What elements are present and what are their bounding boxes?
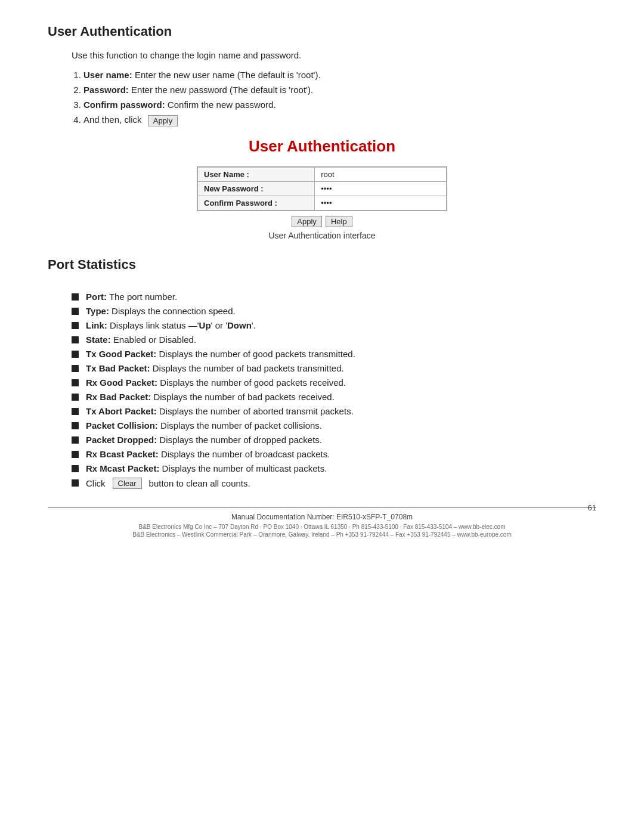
step4-prefix: And then, click	[83, 114, 142, 125]
list-item: Password: Enter the new password (The de…	[83, 85, 596, 95]
footer-area: Manual Documentation Number: EIR510-xSFP…	[48, 513, 596, 538]
interface-caption: User Authentication interface	[48, 231, 596, 240]
bullet-text: Rx Bad Packet: Displays the number of ba…	[86, 392, 335, 402]
footer-divider	[48, 507, 596, 508]
list-item: Tx Bad Packet: Displays the number of ba…	[72, 363, 596, 373]
list-item: Link: Displays link status —'Up' or 'Dow…	[72, 320, 596, 330]
table-row: Confirm Password : ••••	[198, 196, 447, 210]
page-number: 61	[588, 503, 596, 512]
bullet-text: Click Clear button to clean all counts.	[86, 478, 250, 489]
bullet-text: State: Enabled or Disabled.	[86, 335, 196, 345]
list-item: Rx Good Packet: Displays the number of g…	[72, 377, 596, 388]
bullet-icon	[72, 465, 79, 472]
bullet-text: Tx Abort Packet: Displays the number of …	[86, 406, 354, 416]
bullet-icon	[72, 379, 79, 386]
bullet-icon	[72, 336, 79, 343]
field-value-username: root	[315, 167, 447, 181]
footer-address1: B&B Electronics Mfg Co Inc – 707 Dayton …	[48, 524, 596, 530]
step2-label: Password:	[83, 85, 129, 95]
port-stats-heading: Port Statistics	[48, 257, 596, 272]
user-auth-heading: User Authentication	[48, 24, 596, 39]
interface-box: User Name : root New Password : •••• Con…	[197, 166, 447, 211]
list-item: Rx Mcast Packet: Displays the number of …	[72, 463, 596, 473]
list-item: User name: Enter the new user name (The …	[83, 70, 596, 80]
bullet-icon	[72, 479, 79, 487]
bullet-text: Type: Displays the connection speed.	[86, 306, 236, 316]
bullet-icon	[72, 351, 79, 358]
list-item: Confirm password: Confirm the new passwo…	[83, 100, 596, 110]
doc-number: Manual Documentation Number: EIR510-xSFP…	[231, 513, 413, 521]
list-item: Type: Displays the connection speed.	[72, 306, 596, 316]
bullet-icon	[72, 408, 79, 415]
bullet-list: Port: The port number. Type: Displays th…	[72, 292, 596, 489]
bullet-text: Tx Bad Packet: Displays the number of ba…	[86, 363, 344, 373]
bullet-icon	[72, 436, 79, 444]
bullet-text: Packet Dropped: Displays the number of d…	[86, 435, 322, 445]
bullet-text: Rx Bcast Packet: Displays the number of …	[86, 449, 330, 459]
field-label-newpassword: New Password :	[198, 181, 315, 196]
list-item: Packet Dropped: Displays the number of d…	[72, 435, 596, 445]
bullet-text: Link: Displays link status —'Up' or 'Dow…	[86, 320, 256, 330]
step1-text: Enter the new user name (The default is …	[135, 70, 321, 80]
bullet-text: Tx Good Packet: Displays the number of g…	[86, 349, 355, 359]
apply-button[interactable]: Apply	[292, 216, 322, 227]
step3-label: Confirm password:	[83, 100, 165, 110]
bullet-text: Packet Collision: Displays the number of…	[86, 420, 322, 431]
click-prefix: Click	[86, 478, 106, 488]
interface-buttons: Apply Help	[48, 216, 596, 228]
bullet-icon	[72, 293, 79, 301]
table-row: New Password : ••••	[198, 181, 447, 196]
user-auth-heading-colored: User Authentication	[48, 137, 596, 156]
bullet-text: Rx Mcast Packet: Displays the number of …	[86, 463, 327, 473]
bullet-icon	[72, 308, 79, 315]
step1-label: User name:	[83, 70, 132, 80]
list-item: State: Enabled or Disabled.	[72, 335, 596, 345]
list-item: Packet Collision: Displays the number of…	[72, 420, 596, 431]
bullet-text: Port: The port number.	[86, 292, 177, 302]
field-value-confirmpassword: ••••	[315, 196, 447, 210]
bullet-text: Rx Good Packet: Displays the number of g…	[86, 377, 346, 388]
bullet-icon	[72, 322, 79, 329]
intro-text: Use this function to change the login na…	[72, 50, 596, 60]
clear-button[interactable]: Clear	[113, 478, 142, 489]
bullet-icon	[72, 365, 79, 372]
footer: Manual Documentation Number: EIR510-xSFP…	[48, 513, 596, 521]
apply-button-inline[interactable]: Apply	[148, 115, 178, 126]
field-label-username: User Name :	[198, 167, 315, 181]
page-container: User Authentication Use this function to…	[0, 0, 644, 586]
instruction-list: User name: Enter the new user name (The …	[83, 70, 596, 126]
list-item: Tx Abort Packet: Displays the number of …	[72, 406, 596, 416]
bullet-icon	[72, 394, 79, 401]
footer-address2: B&B Electronics – Westlink Commercial Pa…	[48, 531, 596, 538]
step2-text: Enter the new password (The default is '…	[131, 85, 313, 95]
field-value-newpassword: ••••	[315, 181, 447, 196]
list-item: Tx Good Packet: Displays the number of g…	[72, 349, 596, 359]
bullet-icon	[72, 451, 79, 458]
bullet-icon	[72, 422, 79, 429]
list-item: Port: The port number.	[72, 292, 596, 302]
interface-table: User Name : root New Password : •••• Con…	[197, 167, 447, 210]
list-item: Rx Bad Packet: Displays the number of ba…	[72, 392, 596, 402]
field-label-confirmpassword: Confirm Password :	[198, 196, 315, 210]
click-suffix: button to clean all counts.	[149, 478, 250, 488]
list-item: And then, click Apply	[83, 114, 596, 126]
table-row: User Name : root	[198, 167, 447, 181]
step3-text: Confirm the new password.	[168, 100, 276, 110]
list-item: Rx Bcast Packet: Displays the number of …	[72, 449, 596, 459]
list-item: Click Clear button to clean all counts.	[72, 478, 596, 489]
help-button[interactable]: Help	[326, 216, 352, 227]
